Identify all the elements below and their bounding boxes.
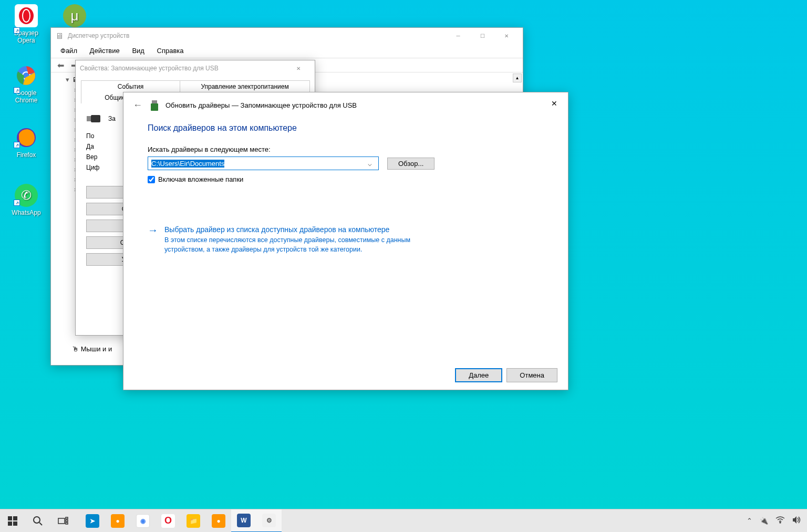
menu-action[interactable]: Действие (85, 45, 125, 57)
start-button[interactable] (0, 509, 25, 533)
svg-point-21 (780, 522, 781, 523)
wizard-close-button[interactable]: ✕ (544, 96, 565, 111)
taskbar-app-chrome[interactable]: ◉ (130, 509, 156, 533)
svg-rect-19 (66, 520, 68, 521)
shortcut-arrow-icon: ↗ (14, 200, 20, 206)
driver-path-input[interactable]: C:\Users\Eir\Documents ⌵ (148, 157, 379, 170)
taskbar-app-devmgr[interactable]: ⚙ (256, 509, 282, 533)
svg-line-16 (39, 523, 42, 525)
tab-events[interactable]: События (81, 80, 180, 92)
devmgr-menubar: Файл Действие Вид Справка (51, 44, 523, 58)
browse-button[interactable]: Обзор... (387, 158, 434, 170)
svg-rect-12 (13, 516, 17, 520)
svg-rect-9 (152, 100, 157, 103)
option-description: В этом списке перечисляются все доступны… (164, 236, 443, 254)
menu-help[interactable]: Справка (152, 45, 189, 57)
desktop-icon-label: Google Chrome (6, 89, 46, 104)
props-titlebar[interactable]: Свойства: Запоминающее устройство для US… (76, 60, 315, 76)
close-button[interactable]: ✕ (494, 28, 519, 44)
device-name: За (108, 115, 116, 122)
task-view-button[interactable] (50, 509, 76, 533)
desktop-icon-utorrent[interactable]: μ (55, 4, 95, 29)
svg-rect-11 (8, 516, 12, 520)
svg-rect-10 (151, 103, 158, 111)
minimize-button[interactable]: ─ (446, 28, 470, 44)
menu-view[interactable]: Вид (127, 45, 150, 57)
option-title: Выбрать драйвер из списка доступных драй… (164, 225, 443, 234)
svg-rect-13 (8, 521, 12, 526)
system-tray: ⌃ 🔌 (747, 516, 807, 526)
svg-rect-8 (91, 115, 100, 122)
props-close-button[interactable]: ✕ (286, 60, 311, 76)
tray-power-icon[interactable]: 🔌 (760, 517, 768, 525)
tab-power[interactable]: Управление электропитанием (180, 80, 310, 92)
include-subfolders-label: Включая вложенные папки (158, 175, 243, 183)
usb-device-icon (86, 110, 103, 127)
props-title: Свойства: Запоминающее устройство для US… (80, 65, 286, 72)
pick-from-list-option[interactable]: → Выбрать драйвер из списка доступных др… (148, 225, 544, 254)
shortcut-arrow-icon: ↗ (14, 87, 20, 93)
search-location-label: Искать драйверы в следующем месте: (148, 145, 544, 153)
path-value: C:\Users\Eir\Documents (151, 160, 224, 168)
wizard-header: ← Обновить драйверы — Запоминающее устро… (123, 92, 568, 118)
taskbar-app-firefox[interactable]: ● (105, 509, 130, 533)
maximize-button[interactable]: ☐ (470, 28, 494, 44)
desktop-icon-whatsapp[interactable]: ✆ ↗ WhatsApp (6, 184, 46, 216)
taskbar-app-explorer[interactable]: 📁 (181, 509, 206, 533)
cancel-button[interactable]: Отмена (506, 368, 557, 382)
devmgr-title: Диспетчер устройств (68, 32, 446, 39)
tray-volume-icon[interactable] (792, 516, 802, 526)
wizard-back-button[interactable]: ← (133, 100, 142, 111)
svg-point-2 (23, 10, 29, 22)
wizard-footer: Далее Отмена (455, 368, 557, 382)
shortcut-arrow-icon: ↗ (14, 142, 20, 148)
taskbar: ➤ ● ◉ O 📁 ● W ⚙ ⌃ 🔌 (0, 509, 807, 532)
next-button[interactable]: Далее (455, 368, 502, 382)
toolbar-back-icon[interactable]: ⬅ (54, 59, 67, 71)
taskbar-app-firefox2[interactable]: ● (206, 509, 231, 533)
taskbar-app-telegram[interactable]: ➤ (80, 509, 105, 533)
svg-rect-14 (13, 521, 17, 526)
tray-chevron-icon[interactable]: ⌃ (747, 517, 752, 525)
tray-wifi-icon[interactable] (775, 516, 785, 525)
svg-rect-20 (66, 523, 68, 524)
path-dropdown-icon[interactable]: ⌵ (365, 160, 375, 168)
driver-device-icon (150, 100, 160, 111)
svg-point-15 (34, 517, 40, 523)
taskbar-app-opera[interactable]: O (156, 509, 181, 533)
svg-rect-17 (58, 518, 65, 524)
wizard-heading: Поиск драйверов на этом компьютере (148, 123, 544, 133)
desktop-icon-opera[interactable]: ↗ Браузер Opera (6, 4, 46, 44)
desktop-icon-label: Браузер Opera (6, 29, 46, 44)
wizard-title: Обновить драйверы — Запоминающее устройс… (165, 101, 357, 109)
svg-rect-7 (87, 116, 91, 121)
desktop-icon-label: Firefox (6, 151, 46, 159)
desktop-icon-label: WhatsApp (6, 209, 46, 216)
desktop-icon-chrome[interactable]: ↗ Google Chrome (6, 64, 46, 104)
devmgr-icon: 🖥 (55, 32, 64, 40)
desktop-icon-firefox[interactable]: ↗ Firefox (6, 126, 46, 159)
include-subfolders-checkbox[interactable] (148, 176, 155, 183)
search-button[interactable] (25, 509, 50, 533)
wizard-body: Поиск драйверов на этом компьютере Искат… (123, 118, 568, 259)
tree-item[interactable]: 🖱 Мыши и и (72, 345, 112, 353)
driver-update-wizard: ✕ ← Обновить драйверы — Запоминающее уст… (123, 92, 568, 390)
taskbar-app-word[interactable]: W (231, 509, 256, 533)
shortcut-arrow-icon: ↗ (14, 27, 20, 34)
svg-rect-18 (66, 517, 68, 519)
devmgr-titlebar[interactable]: 🖥 Диспетчер устройств ─ ☐ ✕ (51, 28, 523, 44)
scroll-up-button[interactable]: ▲ (513, 74, 522, 82)
menu-file[interactable]: Файл (55, 45, 82, 57)
option-arrow-icon: → (148, 224, 158, 254)
